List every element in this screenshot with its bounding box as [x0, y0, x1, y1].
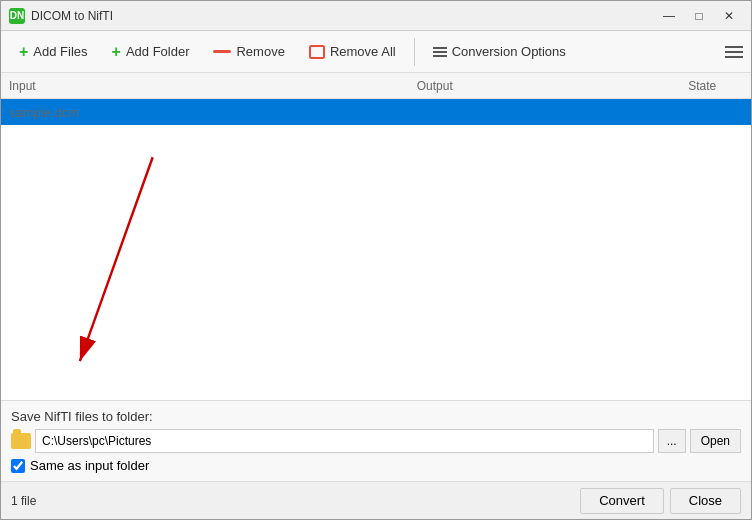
minimize-button[interactable]: — — [655, 5, 683, 27]
conversion-options-label: Conversion Options — [452, 44, 566, 59]
add-folder-button[interactable]: + Add Folder — [102, 36, 200, 68]
browse-button[interactable]: ... — [658, 429, 686, 453]
col-header-state: State — [661, 79, 743, 93]
folder-row: ... Open — [11, 429, 741, 453]
toolbar: + Add Files + Add Folder Remove Remove A… — [1, 31, 751, 73]
save-label: Save NifTI files to folder: — [11, 409, 741, 424]
col-header-input: Input — [9, 79, 417, 93]
conversion-options-button[interactable]: Conversion Options — [423, 36, 576, 68]
window-controls: — □ ✕ — [655, 5, 743, 27]
same-as-input-label[interactable]: Same as input folder — [30, 458, 149, 473]
same-as-input-row: Same as input folder — [11, 458, 741, 473]
remove-button[interactable]: Remove — [203, 36, 294, 68]
window-title: DICOM to NifTI — [31, 9, 655, 23]
open-folder-button[interactable]: Open — [690, 429, 741, 453]
remove-icon — [213, 50, 231, 53]
remove-label: Remove — [236, 44, 284, 59]
add-files-button[interactable]: + Add Files — [9, 36, 98, 68]
action-buttons: Convert Close — [580, 488, 741, 514]
table-header: Input Output State — [1, 73, 751, 99]
hamburger-line-2 — [725, 51, 743, 53]
toolbar-divider — [414, 38, 415, 66]
plus-icon: + — [19, 43, 28, 61]
convert-button[interactable]: Convert — [580, 488, 664, 514]
hamburger-line-3 — [725, 56, 743, 58]
file-count: 1 file — [11, 494, 580, 508]
add-folder-label: Add Folder — [126, 44, 190, 59]
hamburger-line-1 — [725, 46, 743, 48]
main-window: DN DICOM to NifTI — □ ✕ + Add Files + Ad… — [0, 0, 752, 520]
remove-all-icon — [309, 45, 325, 59]
conversion-options-icon — [433, 47, 447, 57]
bottom-section: Save NifTI files to folder: ... Open Sam… — [1, 400, 751, 481]
close-button[interactable]: Close — [670, 488, 741, 514]
app-icon: DN — [9, 8, 25, 24]
folder-path-input[interactable] — [35, 429, 654, 453]
annotation-arrow — [1, 99, 751, 400]
plus-folder-icon: + — [112, 43, 121, 61]
folder-icon — [11, 433, 31, 449]
add-files-label: Add Files — [33, 44, 87, 59]
col-header-output: Output — [417, 79, 662, 93]
title-bar: DN DICOM to NifTI — □ ✕ — [1, 1, 751, 31]
hamburger-menu-button[interactable] — [725, 46, 743, 58]
status-bar: 1 file Convert Close — [1, 481, 751, 519]
file-list-area: sample.dcm — [1, 99, 751, 400]
file-name: sample.dcm — [9, 105, 417, 120]
remove-all-label: Remove All — [330, 44, 396, 59]
close-window-button[interactable]: ✕ — [715, 5, 743, 27]
remove-all-button[interactable]: Remove All — [299, 36, 406, 68]
maximize-button[interactable]: □ — [685, 5, 713, 27]
same-as-input-checkbox[interactable] — [11, 459, 25, 473]
file-list[interactable]: sample.dcm — [1, 99, 751, 125]
table-row[interactable]: sample.dcm — [1, 99, 751, 125]
svg-line-1 — [80, 157, 153, 361]
